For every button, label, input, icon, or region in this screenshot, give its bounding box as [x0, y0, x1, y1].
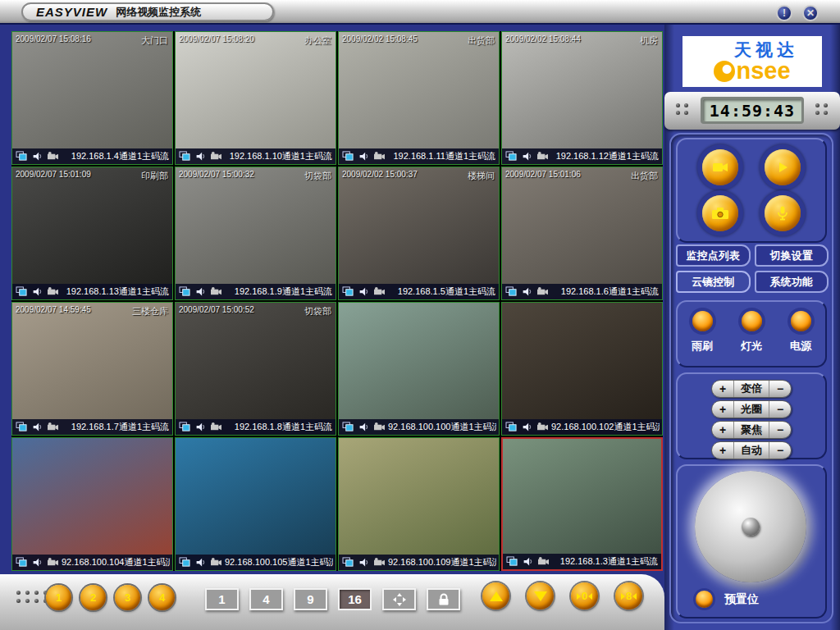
network-icon[interactable] — [505, 556, 518, 568]
minus-button[interactable]: − — [769, 381, 791, 397]
aux-led-button[interactable] — [791, 311, 811, 331]
record-icon[interactable] — [46, 422, 59, 433]
network-icon[interactable] — [504, 286, 518, 298]
page-up-button[interactable] — [482, 582, 509, 609]
camera-tile[interactable]: 2009/02/02 15:08:45出货部192.168.1.11通道1主码流 — [338, 31, 500, 165]
nav-eight-button[interactable]: 8 — [615, 582, 642, 609]
camera-tile[interactable]: 92.168.100.109通道1主码流 — [338, 437, 500, 571]
network-icon[interactable] — [504, 151, 518, 162]
camera-tile[interactable]: 2009/02/07 15:01:06出货部192.168.1.6通道1主码流 — [501, 167, 663, 300]
layout-1-button[interactable]: 1 — [205, 588, 239, 610]
channel-group-button[interactable]: 3 — [115, 585, 140, 610]
network-icon[interactable] — [341, 286, 354, 298]
ptz-joystick[interactable] — [695, 471, 806, 582]
audio-icon[interactable] — [194, 422, 207, 433]
audio-icon[interactable] — [30, 151, 43, 162]
channel-group-button[interactable]: 4 — [149, 585, 175, 610]
record-icon[interactable] — [372, 286, 386, 298]
audio-icon[interactable] — [30, 422, 43, 433]
snapshot-button[interactable] — [702, 195, 738, 231]
audio-icon[interactable] — [194, 151, 207, 162]
tab-2[interactable]: 云镜控制 — [676, 271, 751, 293]
network-icon[interactable] — [15, 557, 28, 568]
audio-icon[interactable] — [357, 422, 370, 433]
plus-button[interactable]: + — [712, 442, 733, 459]
network-icon[interactable] — [178, 286, 191, 298]
page-down-button[interactable] — [527, 582, 554, 609]
layout-9-button[interactable]: 9 — [294, 588, 327, 610]
record-icon[interactable] — [536, 422, 549, 433]
talk-button[interactable] — [765, 195, 801, 231]
record-icon[interactable] — [536, 286, 549, 298]
audio-icon[interactable] — [357, 557, 370, 568]
record-button[interactable] — [702, 149, 738, 185]
plus-button[interactable]: + — [712, 401, 733, 418]
record-icon[interactable] — [372, 151, 386, 162]
close-button[interactable]: ✕ — [802, 5, 819, 21]
network-icon[interactable] — [178, 557, 191, 568]
camera-tile[interactable]: 2009/02/07 15:08:20办公室192.168.1.10通道1主码流 — [175, 31, 336, 165]
record-icon[interactable] — [209, 422, 222, 433]
tab-0[interactable]: 监控点列表 — [676, 244, 751, 267]
record-icon[interactable] — [209, 557, 222, 568]
record-icon[interactable] — [372, 422, 386, 433]
network-icon[interactable] — [178, 151, 191, 162]
network-icon[interactable] — [15, 422, 28, 433]
plus-button[interactable]: + — [712, 381, 733, 397]
audio-icon[interactable] — [30, 286, 43, 298]
plus-button[interactable]: + — [712, 422, 733, 438]
network-icon[interactable] — [504, 422, 518, 433]
audio-icon[interactable] — [520, 422, 533, 433]
audio-icon[interactable] — [521, 556, 534, 568]
playback-button[interactable] — [765, 149, 801, 185]
tab-1[interactable]: 切换设置 — [755, 244, 829, 267]
camera-tile[interactable]: 2009/02/07 15:01:09印刷部192.168.1.13通道1主码流 — [11, 167, 173, 300]
record-icon[interactable] — [209, 286, 222, 298]
camera-tile[interactable]: 2009/02/07 14:59:45三楼仓库192.168.1.7通道1主码流 — [11, 302, 173, 436]
audio-icon[interactable] — [194, 557, 207, 568]
aux-led-button[interactable] — [692, 311, 713, 331]
nav-zero-button[interactable]: 0 — [571, 582, 598, 609]
audio-icon[interactable] — [357, 151, 370, 162]
record-icon[interactable] — [536, 151, 549, 162]
aux-led-button[interactable] — [742, 311, 762, 331]
network-icon[interactable] — [178, 422, 191, 433]
camera-tile[interactable]: 2009/02/02 15:08:44机房192.168.1.12通道1主码流 — [501, 31, 663, 165]
network-icon[interactable] — [15, 151, 28, 162]
record-icon[interactable] — [209, 151, 222, 162]
info-button[interactable]: ! — [776, 5, 792, 21]
record-icon[interactable] — [46, 286, 59, 298]
camera-tile[interactable]: 2009/02/07 15:08:16大门口192.168.1.4通道1主码流 — [11, 31, 173, 165]
audio-icon[interactable] — [30, 557, 43, 568]
record-icon[interactable] — [46, 557, 59, 568]
camera-tile[interactable]: 2009/02/07 15:00:32切袋部192.168.1.9通道1主码流 — [175, 167, 336, 300]
camera-tile[interactable]: 2009/02/02 15:00:37楼梯间192.168.1.5通道1主码流 — [338, 167, 500, 300]
camera-tile[interactable]: 2009/02/07 15:00:52切袋部192.168.1.8通道1主码流 — [175, 302, 336, 436]
layout-16-button[interactable]: 16 — [338, 588, 372, 610]
camera-tile[interactable]: 92.168.100.105通道1主码流 — [175, 437, 336, 571]
network-icon[interactable] — [341, 151, 354, 162]
network-icon[interactable] — [341, 557, 354, 568]
minus-button[interactable]: − — [769, 401, 791, 418]
audio-icon[interactable] — [357, 286, 370, 298]
tab-3[interactable]: 系统功能 — [755, 271, 829, 293]
channel-group-button[interactable]: 2 — [80, 585, 106, 610]
camera-tile[interactable]: 92.168.100.104通道1主码流 — [11, 437, 173, 571]
audio-icon[interactable] — [520, 286, 533, 298]
minus-button[interactable]: − — [769, 422, 791, 438]
preset-button[interactable] — [696, 591, 713, 608]
channel-group-button[interactable]: 1 — [46, 585, 71, 610]
audio-icon[interactable] — [194, 286, 207, 298]
network-icon[interactable] — [341, 422, 354, 433]
network-icon[interactable] — [15, 286, 28, 298]
record-icon[interactable] — [46, 151, 59, 162]
camera-tile[interactable]: 92.168.100.102通道1主码流 — [501, 302, 663, 436]
audio-icon[interactable] — [520, 151, 533, 162]
camera-tile[interactable]: 192.168.1.3通道1主码流 — [501, 437, 663, 571]
cycle-button[interactable] — [382, 588, 416, 610]
minus-button[interactable]: − — [769, 442, 791, 459]
camera-tile[interactable]: 92.168.100.100通道1主码流 — [338, 302, 500, 436]
layout-4-button[interactable]: 4 — [249, 588, 283, 610]
record-icon[interactable] — [536, 556, 550, 568]
lock-button[interactable] — [427, 588, 460, 610]
